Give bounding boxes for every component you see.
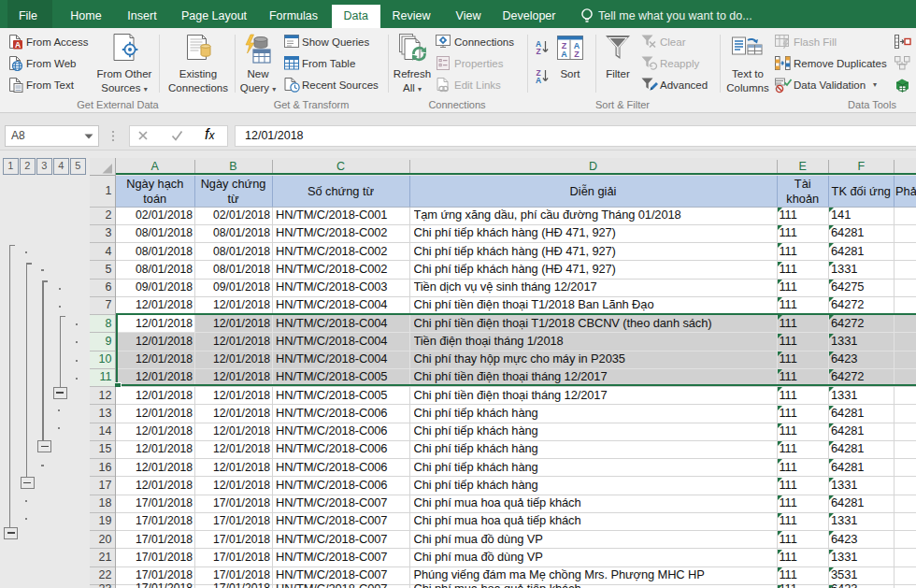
svg-text:A: A — [561, 50, 567, 59]
svg-text:Z: Z — [574, 50, 580, 59]
svg-text:A: A — [574, 41, 580, 50]
svg-text:A: A — [15, 40, 21, 50]
svg-text:Z: Z — [536, 47, 540, 56]
svg-text:Z: Z — [562, 41, 567, 50]
